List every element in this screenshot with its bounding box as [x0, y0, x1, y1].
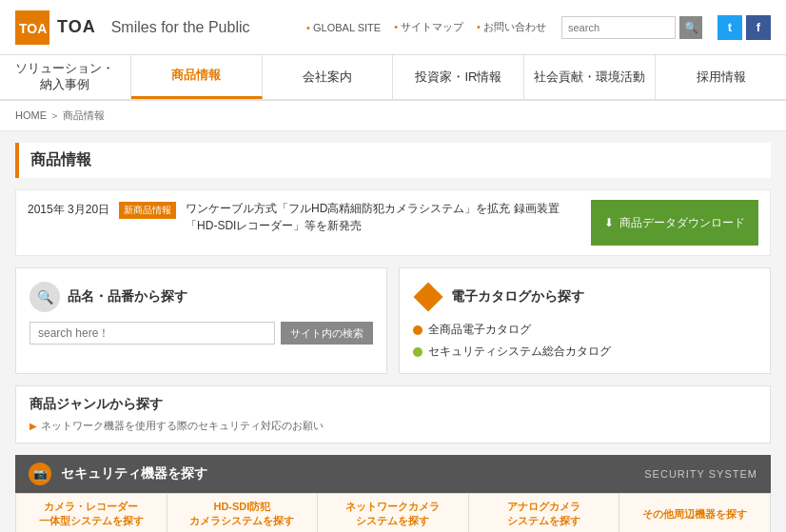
category-header-4[interactable]: その他周辺機器を探す	[619, 493, 771, 532]
security-section: 📷 セキュリティ機器を探す SECURITY SYSTEM カメラ・レコーダー一…	[15, 455, 771, 532]
breadcrumb: HOME ＞ 商品情報	[0, 101, 786, 131]
toa-logo-icon: TOA	[15, 10, 49, 45]
download-button[interactable]: ⬇ 商品データダウンロード	[591, 200, 758, 246]
search-sections: 🔍 品名・品番から探す サイト内の検索 電子カタログから探す 全商品電子カタログ	[15, 267, 771, 374]
category-header-1[interactable]: HD-SDI防犯カメラシステムを探す	[167, 493, 319, 532]
product-search-input[interactable]	[29, 322, 275, 345]
facebook-icon[interactable]: f	[746, 15, 771, 40]
category-header-0[interactable]: カメラ・レコーダー一体型システムを探す	[16, 493, 167, 532]
twitter-icon[interactable]: t	[717, 15, 742, 40]
magnifier-icon: 🔍	[29, 282, 60, 312]
header-search-input[interactable]	[561, 16, 676, 39]
genre-notice[interactable]: ネットワーク機器を使用する際のセキュリティ対応のお願い	[29, 419, 757, 433]
category-grid: カメラ・レコーダー一体型システムを探す HD-SDI防犯カメラシステムを探す ネ…	[15, 493, 771, 532]
nav-item-company[interactable]: 会社案内	[263, 55, 394, 99]
product-search-form: サイト内の検索	[29, 322, 373, 345]
section-title-bar: 商品情報	[15, 143, 771, 178]
category-header-2[interactable]: ネットワークカメラシステムを探す	[318, 493, 469, 532]
security-header-left: 📷 セキュリティ機器を探す	[29, 463, 207, 485]
diamond-icon	[413, 282, 442, 311]
news-row: 2015年 3月20日 新商品情報 ワンケーブル方式「フルHD高精細防犯カメラシ…	[15, 189, 771, 256]
green-dot-icon	[413, 347, 422, 357]
nav-item-products[interactable]: 商品情報	[131, 55, 263, 99]
security-header-label: セキュリティ機器を探す	[61, 465, 207, 483]
header-links: GLOBAL SITE サイトマップ お問い合わせ	[306, 20, 546, 34]
nav-item-solutions[interactable]: ソリューション・納入事例	[0, 55, 131, 99]
catalog-search-title: 電子カタログから探す	[413, 282, 757, 312]
tagline: Smiles for the Public	[111, 19, 250, 36]
main-content: 商品情報 2015年 3月20日 新商品情報 ワンケーブル方式「フルHD高精細防…	[0, 131, 786, 532]
header: TOA TOA Smiles for the Public GLOBAL SIT…	[0, 0, 786, 55]
main-navigation: ソリューション・納入事例 商品情報 会社案内 投資家・IR情報 社会貢献・環境活…	[0, 55, 786, 101]
sitemap-link[interactable]: サイトマップ	[394, 20, 463, 34]
catalog-search-box: 電子カタログから探す 全商品電子カタログ セキュリティシステム総合カタログ	[399, 267, 771, 374]
product-search-title: 🔍 品名・品番から探す	[29, 282, 373, 312]
genre-title: 商品ジャンルから探す	[29, 396, 757, 413]
svg-text:TOA: TOA	[19, 21, 47, 36]
news-text: ワンケーブル方式「フルHD高精細防犯カメラシステム」を拡充 録画装置「HD-SD…	[186, 200, 591, 234]
social-icons: t f	[717, 15, 771, 40]
nav-item-ir[interactable]: 投資家・IR情報	[393, 55, 524, 99]
security-header-right: SECURITY SYSTEM	[644, 468, 757, 480]
product-search-box: 🔍 品名・品番から探す サイト内の検索	[15, 267, 387, 374]
orange-dot-icon	[413, 325, 422, 335]
category-header-3[interactable]: アナログカメラシステムを探す	[469, 493, 620, 532]
catalog-links: 全商品電子カタログ セキュリティシステム総合カタログ	[413, 322, 757, 360]
company-name: TOA	[57, 17, 96, 37]
header-search-button[interactable]: 🔍	[679, 16, 702, 39]
genre-section: 商品ジャンルから探す ネットワーク機器を使用する際のセキュリティ対応のお願い	[15, 385, 771, 443]
download-icon: ⬇	[604, 216, 614, 229]
security-header: 📷 セキュリティ機器を探す SECURITY SYSTEM	[15, 455, 771, 493]
news-badge: 新商品情報	[119, 202, 176, 219]
nav-item-recruit[interactable]: 採用情報	[656, 55, 786, 99]
security-camera-icon: 📷	[29, 463, 51, 485]
search-box-area: 🔍	[561, 16, 702, 39]
catalog-link-security[interactable]: セキュリティシステム総合カタログ	[413, 344, 757, 360]
global-site-link[interactable]: GLOBAL SITE	[306, 22, 381, 33]
product-search-button[interactable]: サイト内の検索	[281, 322, 373, 345]
contact-link[interactable]: お問い合わせ	[477, 20, 546, 34]
news-content: 2015年 3月20日 新商品情報 ワンケーブル方式「フルHD高精細防犯カメラシ…	[28, 200, 591, 234]
catalog-link-all[interactable]: 全商品電子カタログ	[413, 322, 757, 338]
section-title: 商品情報	[30, 150, 91, 170]
news-date: 2015年 3月20日	[28, 202, 109, 218]
logo-area: TOA TOA Smiles for the Public	[15, 10, 250, 45]
nav-item-csr[interactable]: 社会貢献・環境活動	[524, 55, 656, 99]
